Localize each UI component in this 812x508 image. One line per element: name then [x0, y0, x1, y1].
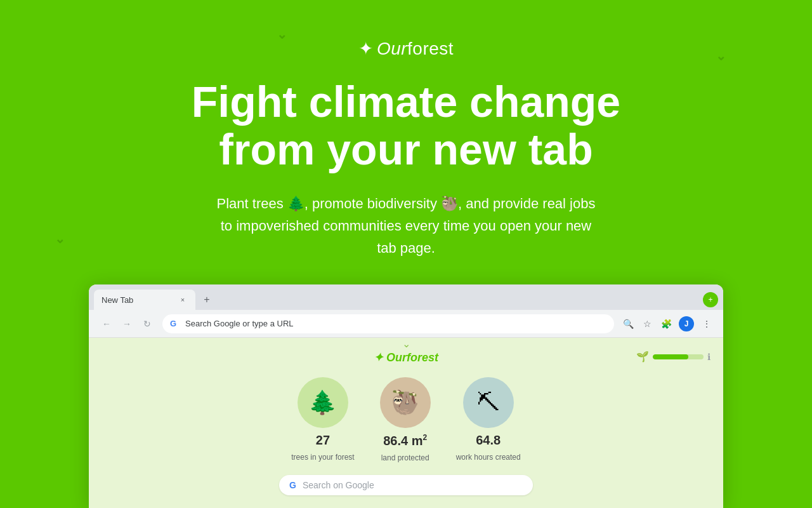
tab-expand-button[interactable]: +	[703, 292, 718, 307]
deco-chevron-1: ⌄	[277, 27, 287, 42]
headline: Fight climate change from your new tab	[192, 78, 620, 173]
bookmark-icon[interactable]: ☆	[641, 318, 653, 330]
stat-trees: 🌲 27 trees in your forest	[291, 377, 354, 462]
logo-tree-icon: ✦	[358, 38, 373, 59]
forward-button[interactable]: →	[119, 316, 134, 331]
google-logo-icon: G	[170, 319, 180, 329]
newtab-header: ✦ Ourforest	[102, 351, 710, 364]
land-label: land protected	[381, 453, 429, 462]
search-icon[interactable]: 🔍	[622, 318, 634, 330]
url-text: Search Google or type a URL	[185, 319, 606, 328]
sprout-icon: 🌱	[636, 351, 649, 363]
active-tab[interactable]: New Tab ×	[94, 290, 195, 310]
search-google-icon: G	[289, 480, 296, 490]
deco-chevron-2: ⌄	[716, 48, 726, 64]
progress-area: 🌱 ℹ	[636, 351, 710, 363]
menu-icon[interactable]: ⋮	[700, 318, 713, 330]
headline-line1: Fight climate change	[192, 77, 620, 126]
tab-close-button[interactable]: ×	[178, 295, 188, 305]
trees-icon-circle: 🌲	[298, 377, 348, 428]
tab-title: New Tab	[102, 295, 173, 305]
info-icon[interactable]: ℹ	[707, 352, 710, 362]
work-count: 64.8	[476, 433, 501, 448]
extensions-icon[interactable]: 🧩	[660, 318, 672, 330]
browser-actions: 🔍 ☆ 🧩 J ⋮	[622, 316, 713, 331]
url-bar[interactable]: G Search Google or type a URL	[162, 314, 614, 333]
progress-bar-fill	[653, 354, 688, 359]
newtab-content: ⌄ ✦ Ourforest 🌱 ℹ 🌲 27 trees in your for…	[89, 338, 723, 508]
trees-count: 27	[316, 433, 330, 448]
work-label: work hours created	[456, 453, 521, 462]
logo-text: Ourforest	[377, 39, 454, 59]
hero-section: ✦ Ourforest Fight climate change from yo…	[0, 0, 812, 259]
stats-row: 🌲 27 trees in your forest 🦥 86.4 m2 land…	[291, 377, 520, 462]
refresh-button[interactable]: ↻	[140, 316, 155, 331]
work-icon-circle: ⛏	[463, 377, 514, 428]
new-tab-button[interactable]: +	[198, 291, 216, 309]
newtab-search-bar[interactable]: G Search on Google	[279, 475, 533, 495]
newtab-chevron: ⌄	[402, 338, 410, 350]
stat-land: 🦥 86.4 m2 land protected	[380, 377, 431, 462]
back-button[interactable]: ←	[99, 316, 114, 331]
subtext: Plant trees 🌲, promote biodiversity 🦥, a…	[209, 192, 603, 260]
browser-mockup: New Tab × + + ← → ↻ G Search Google or t…	[89, 284, 723, 508]
sloth-icon-circle: 🦥	[380, 377, 431, 428]
address-bar: ← → ↻ G Search Google or type a URL 🔍 ☆ …	[89, 310, 723, 338]
profile-badge[interactable]: J	[679, 316, 694, 331]
tab-bar: New Tab × + +	[89, 284, 723, 310]
headline-line2: from your new tab	[219, 125, 593, 173]
progress-bar	[653, 354, 704, 359]
land-count: 86.4 m2	[383, 433, 427, 448]
stat-work: ⛏ 64.8 work hours created	[456, 377, 521, 462]
trees-label: trees in your forest	[291, 453, 354, 462]
nav-buttons: ← → ↻	[99, 316, 155, 331]
newtab-logo: ✦ Ourforest	[374, 351, 438, 364]
deco-chevron-3: ⌄	[55, 231, 65, 246]
search-placeholder: Search on Google	[303, 480, 374, 490]
logo: ✦ Ourforest	[358, 38, 454, 59]
